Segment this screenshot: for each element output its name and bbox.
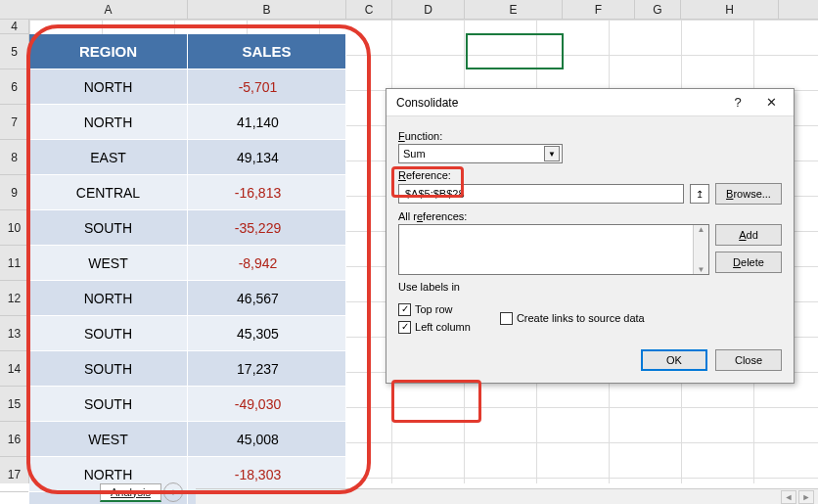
row-header-8[interactable]: 8 bbox=[0, 140, 28, 175]
help-button[interactable]: ? bbox=[721, 92, 754, 114]
row-header-col: 4 5 6 7 8 9 10 11 12 13 14 15 16 17 18 bbox=[0, 20, 29, 483]
cell-region[interactable]: SOUTH bbox=[29, 316, 188, 351]
cell-sales[interactable]: 17,237 bbox=[188, 351, 346, 387]
row-header-4[interactable]: 4 bbox=[0, 20, 28, 34]
row-header-5[interactable]: 5 bbox=[0, 34, 28, 69]
sheet-tab-analysis[interactable]: Analysis bbox=[100, 483, 161, 502]
col-header-H[interactable]: H bbox=[681, 0, 779, 19]
function-label: Function: bbox=[398, 130, 782, 142]
cell-sales[interactable]: 45,008 bbox=[188, 422, 346, 457]
dialog-title-bar[interactable]: Consolidate ? ✕ bbox=[386, 89, 794, 116]
cell-region[interactable]: NORTH bbox=[29, 69, 188, 105]
table-row: WEST-8,942 bbox=[29, 246, 346, 281]
table-row: NORTH46,567 bbox=[29, 281, 346, 316]
close-icon[interactable]: ✕ bbox=[754, 92, 788, 114]
cell-region[interactable]: NORTH bbox=[29, 281, 188, 316]
row-header-18[interactable]: 18 bbox=[0, 492, 28, 504]
row-header-14[interactable]: 14 bbox=[0, 351, 28, 387]
dialog-title: Consolidate bbox=[396, 96, 721, 110]
table-row: WEST45,008 bbox=[29, 422, 346, 457]
row-header-17[interactable]: 17 bbox=[0, 457, 28, 492]
table-row: SOUTH17,237 bbox=[29, 351, 346, 387]
column-header-row: A B C D E F G H bbox=[0, 0, 818, 20]
create-links-label: Create links to source data bbox=[517, 312, 645, 324]
cell-region[interactable]: SOUTH bbox=[29, 387, 188, 422]
scroll-right-icon[interactable]: ► bbox=[798, 490, 814, 504]
top-row-label: Top row bbox=[415, 303, 453, 315]
ok-button[interactable]: OK bbox=[641, 349, 707, 371]
table-row: CENTRAL-16,813 bbox=[29, 175, 346, 210]
sheet-tab-bar: Analysis + bbox=[29, 482, 183, 502]
browse-button[interactable]: Browse... bbox=[715, 183, 782, 205]
table-row: SOUTH-35,229 bbox=[29, 210, 346, 246]
table-header-row: REGION SALES bbox=[29, 34, 346, 69]
cell-sales[interactable]: -16,813 bbox=[188, 175, 346, 210]
table-row: SOUTH-49,030 bbox=[29, 387, 346, 422]
cell-sales[interactable]: -35,229 bbox=[188, 210, 346, 246]
row-header-9[interactable]: 9 bbox=[0, 175, 28, 210]
data-table: REGION SALES NORTH-5,701NORTH41,140EAST4… bbox=[29, 34, 346, 504]
row-header-13[interactable]: 13 bbox=[0, 316, 28, 351]
row-header-10[interactable]: 10 bbox=[0, 210, 28, 246]
table-row: SOUTH45,305 bbox=[29, 316, 346, 351]
row-header-6[interactable]: 6 bbox=[0, 69, 28, 105]
left-column-checkbox[interactable] bbox=[398, 321, 411, 334]
cell-region[interactable]: WEST bbox=[29, 246, 188, 281]
header-region[interactable]: REGION bbox=[29, 34, 188, 69]
create-links-checkbox[interactable] bbox=[500, 312, 513, 325]
reference-input-wrap bbox=[398, 184, 684, 204]
cell-region[interactable]: WEST bbox=[29, 422, 188, 457]
col-header-E[interactable]: E bbox=[465, 0, 563, 19]
reference-label: Reference: bbox=[398, 169, 782, 181]
reference-input[interactable] bbox=[403, 187, 679, 201]
cell-sales[interactable]: 45,305 bbox=[188, 316, 346, 351]
scroll-down-icon[interactable]: ▼ bbox=[698, 265, 705, 274]
header-sales[interactable]: SALES bbox=[188, 34, 346, 69]
scrollbar[interactable]: ▲ ▼ bbox=[693, 225, 708, 274]
cell-sales[interactable]: 49,134 bbox=[188, 140, 346, 175]
cell-sales[interactable]: 41,140 bbox=[188, 105, 346, 140]
consolidate-dialog: Consolidate ? ✕ Function: Sum ▼ Referenc… bbox=[386, 88, 795, 384]
col-header-A[interactable]: A bbox=[29, 0, 188, 19]
cell-region[interactable]: SOUTH bbox=[29, 351, 188, 387]
col-header-G[interactable]: G bbox=[635, 0, 681, 19]
collapse-reference-button[interactable]: ↥ bbox=[690, 184, 709, 204]
col-header-D[interactable]: D bbox=[392, 0, 465, 19]
row-header-15[interactable]: 15 bbox=[0, 387, 28, 422]
row-header-11[interactable]: 11 bbox=[0, 246, 28, 281]
delete-button[interactable]: Delete bbox=[715, 252, 782, 273]
row-header-16[interactable]: 16 bbox=[0, 422, 28, 457]
cell-region[interactable]: NORTH bbox=[29, 105, 188, 140]
scroll-up-icon[interactable]: ▲ bbox=[698, 225, 705, 234]
function-combo[interactable]: Sum ▼ bbox=[398, 144, 563, 163]
cell-sales[interactable]: -8,942 bbox=[188, 246, 346, 281]
use-labels-label: Use labels in bbox=[398, 281, 782, 293]
left-column-label: Left column bbox=[415, 321, 471, 333]
cell-sales[interactable]: -5,701 bbox=[188, 69, 346, 105]
close-button[interactable]: Close bbox=[715, 349, 782, 371]
scroll-left-icon[interactable]: ◄ bbox=[781, 490, 796, 504]
row-header-12[interactable]: 12 bbox=[0, 281, 28, 316]
add-sheet-button[interactable]: + bbox=[163, 482, 183, 502]
top-row-checkbox[interactable] bbox=[398, 303, 411, 316]
col-header-B[interactable]: B bbox=[188, 0, 346, 19]
table-row: EAST49,134 bbox=[29, 140, 346, 175]
cell-region[interactable]: CENTRAL bbox=[29, 175, 188, 210]
cell-region[interactable]: EAST bbox=[29, 140, 188, 175]
col-header-C[interactable]: C bbox=[346, 0, 392, 19]
active-cell-e5[interactable] bbox=[466, 33, 564, 69]
all-references-list[interactable]: ▲ ▼ bbox=[398, 224, 709, 275]
cell-sales[interactable]: 46,567 bbox=[188, 281, 346, 316]
cell-sales[interactable]: -49,030 bbox=[188, 387, 346, 422]
all-references-label: All references: bbox=[398, 210, 782, 222]
table-row: NORTH-5,701 bbox=[29, 69, 346, 105]
table-row: NORTH41,140 bbox=[29, 105, 346, 140]
function-value: Sum bbox=[403, 148, 544, 160]
cell-region[interactable]: SOUTH bbox=[29, 210, 188, 246]
chevron-down-icon[interactable]: ▼ bbox=[544, 146, 560, 161]
row-header-7[interactable]: 7 bbox=[0, 105, 28, 140]
col-header-F[interactable]: F bbox=[563, 0, 635, 19]
add-button[interactable]: Add bbox=[715, 224, 782, 246]
cell-sales[interactable]: -18,303 bbox=[188, 457, 346, 492]
horizontal-scrollbar[interactable]: ◄ ► bbox=[196, 488, 818, 504]
